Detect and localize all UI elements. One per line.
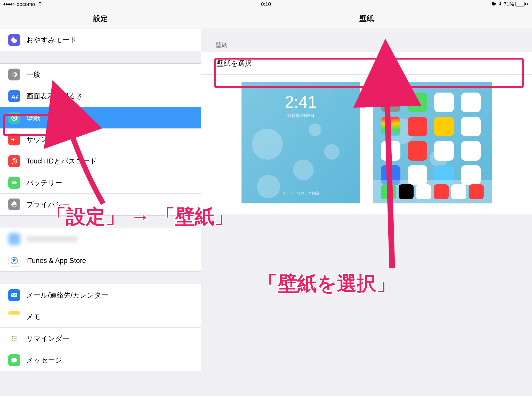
appstore-icon [8,255,20,267]
sidebar-item-battery[interactable]: バッテリー [0,172,201,194]
wallpaper-icon [8,112,20,124]
svg-rect-17 [14,336,17,337]
sidebar-item-touchid[interactable]: Touch IDとパスコード [0,150,201,172]
sidebar-item-general[interactable]: 一般 [0,64,201,85]
choose-wallpaper-row[interactable]: 壁紙を選択 › [201,52,532,75]
sidebar-item-label: バッテリー [26,178,195,187]
sidebar-item-sounds[interactable]: サウンド [0,129,201,150]
section-header: 壁紙 [201,29,532,52]
battery-icon [515,2,529,6]
svg-rect-18 [14,338,17,339]
sidebar-item-label: 画面表示と明るさ [26,92,195,101]
sidebar-item-mail[interactable]: メール/連絡先/カレンダー [0,284,201,306]
svg-point-4 [11,117,12,118]
slide-to-unlock: スライドでロック解除 [283,191,319,196]
svg-rect-11 [16,182,17,183]
svg-rect-13 [11,293,17,297]
sidebar-item-label: メッセージ [26,356,195,365]
sidebar-item-wallpaper[interactable]: 壁紙 [0,107,201,129]
display-icon: AA [8,90,20,102]
svg-point-2 [13,114,15,116]
sidebar-item-label: おやすみモード [26,35,195,45]
status-bar: ●●●●○ docomo 0:10 71% [0,0,532,8]
carrier-label: docomo [17,1,35,7]
sidebar-item-display[interactable]: AA 画面表示と明るさ [0,85,201,107]
sidebar-item-notes[interactable]: メモ [0,306,201,328]
wifi-icon [37,1,43,8]
hand-icon [8,199,20,210]
reminders-icon [8,333,20,344]
lock-date: 1月10日木曜日 [287,113,315,119]
signal-strength: ●●●●○ [3,2,14,7]
sidebar-item-label: 壁紙 [26,113,195,122]
sidebar-item-label: リマインダー [26,334,195,343]
mail-icon [8,289,20,301]
home-screen-preview[interactable] [373,82,492,203]
status-time: 0:10 [261,1,271,7]
sidebar-item-dnd[interactable]: おやすみモード [0,29,201,51]
notes-icon [8,311,20,323]
svg-point-6 [12,115,13,117]
svg-point-14 [12,336,13,337]
battery-percent: 71% [504,1,514,7]
lock-screen-preview[interactable]: 2:41 1月10日木曜日 スライドでロック解除 [241,82,360,203]
sidebar-item-icloud[interactable] [0,228,201,250]
sidebar-item-label: サウンド [26,135,195,144]
choose-wallpaper-label: 壁紙を選択 [217,59,252,68]
dnd-icon [491,1,496,7]
svg-point-1 [13,117,15,119]
detail-title: 壁紙 [359,14,374,23]
sidebar-item-appstore[interactable]: iTunes & App Store [0,250,201,271]
svg-point-3 [13,119,15,121]
chevron-right-icon: › [522,59,525,68]
lock-time: 2:41 [285,93,317,112]
wallpaper-previews: 2:41 1月10日木曜日 スライドでロック解除 [201,75,532,214]
sidebar-item-reminders[interactable]: リマインダー [0,328,201,349]
sidebar-nav: 設定 [0,8,201,29]
sidebar-item-label: プライバシー [26,200,195,209]
sidebar-item-label [26,236,78,242]
bluetooth-icon [498,1,502,7]
battery-icon [8,177,20,189]
fingerprint-icon [8,155,20,167]
moon-icon [8,34,20,46]
detail-nav: 壁紙 [201,8,532,29]
sidebar-item-label: メール/連絡先/カレンダー [26,291,195,300]
svg-rect-10 [12,182,16,184]
svg-point-5 [16,117,18,118]
settings-sidebar: 設定 おやすみモード 一般 AA 画面表示と明るさ [0,8,201,396]
sidebar-item-label: 一般 [26,70,195,79]
sidebar-title: 設定 [93,14,108,23]
gear-icon [8,69,20,80]
svg-text:AA: AA [11,94,18,100]
sidebar-item-label: メモ [26,312,195,321]
detail-pane: 壁紙 壁紙 壁紙を選択 › 2:41 1月10日木曜日 スライドでロック解除 [201,8,532,396]
svg-point-16 [12,340,13,341]
svg-rect-19 [14,340,17,341]
svg-point-15 [12,338,13,339]
sidebar-item-label: Touch IDとパスコード [26,156,195,166]
sidebar-item-messages[interactable]: メッセージ [0,349,201,371]
sidebar-item-privacy[interactable]: プライバシー [0,194,201,215]
svg-point-7 [15,115,17,117]
svg-point-9 [15,119,17,120]
sound-icon [8,134,20,145]
icloud-icon [8,233,20,245]
sidebar-item-label: iTunes & App Store [26,257,195,265]
messages-icon [8,354,20,366]
svg-point-8 [12,119,13,120]
